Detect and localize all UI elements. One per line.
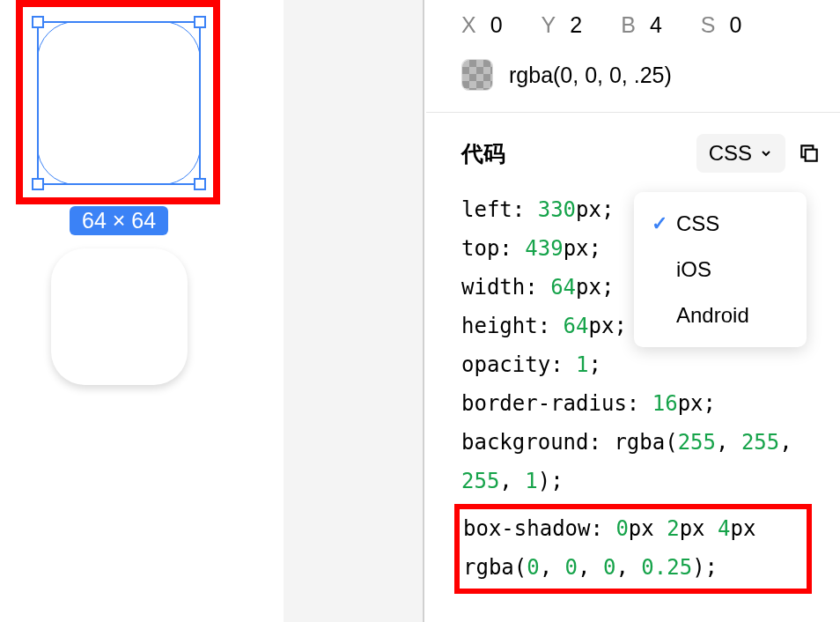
- shadow-offset-row: X 0 Y 2 B 4 S 0: [426, 0, 840, 50]
- chevron-down-icon: [759, 146, 773, 160]
- selected-element[interactable]: [37, 21, 201, 185]
- shadow-y-label: Y: [542, 12, 556, 38]
- color-swatch-icon[interactable]: [461, 59, 493, 91]
- lang-option-android[interactable]: Android: [634, 292, 807, 338]
- code-lang-dropdown[interactable]: CSS: [696, 134, 785, 173]
- code-line-opacity: opacity: 1;: [461, 345, 805, 384]
- lang-option-label: CSS: [676, 211, 719, 236]
- code-section-title: 代码: [461, 139, 505, 168]
- shadow-b-label: B: [621, 12, 636, 38]
- lang-option-label: iOS: [676, 257, 711, 282]
- shadow-color-text: rgba(0, 0, 0, .25): [509, 63, 672, 88]
- canvas-area[interactable]: 64 × 64: [0, 0, 284, 622]
- code-lang-selected: CSS: [709, 141, 752, 166]
- resize-handle-tr[interactable]: [194, 16, 206, 28]
- lang-option-css[interactable]: ✓ CSS: [634, 201, 807, 247]
- code-line-background: background: rgba(255, 255, 255, 1);: [461, 423, 805, 500]
- lang-option-label: Android: [676, 303, 749, 328]
- shadow-x-value[interactable]: 0: [490, 12, 503, 38]
- inspector-panel: X 0 Y 2 B 4 S 0 rgba(0, 0, 0, .25) 代码 CS…: [426, 0, 840, 622]
- shadow-y-value[interactable]: 2: [570, 12, 582, 38]
- canvas-gutter: [284, 0, 424, 622]
- lang-option-ios[interactable]: iOS: [634, 247, 807, 292]
- check-icon: ✓: [652, 212, 669, 235]
- shadow-b-value[interactable]: 4: [650, 12, 662, 38]
- shadow-s-label: S: [701, 12, 716, 38]
- copy-icon[interactable]: [798, 142, 821, 165]
- code-line-border-radius: border-radius: 16px;: [461, 384, 805, 423]
- shadow-x-label: X: [461, 12, 476, 38]
- resize-handle-tl[interactable]: [32, 16, 44, 28]
- code-line-box-shadow: box-shadow: 0px 2px 4px rgba(0, 0, 0, 0.…: [463, 509, 803, 587]
- annotation-highlight-2: box-shadow: 0px 2px 4px rgba(0, 0, 0, 0.…: [454, 504, 812, 594]
- code-lang-menu: ✓ CSS iOS Android: [634, 192, 807, 347]
- resize-handle-br[interactable]: [194, 178, 206, 190]
- shadow-s-value[interactable]: 0: [729, 12, 741, 38]
- shadow-color-row[interactable]: rgba(0, 0, 0, .25): [426, 50, 840, 112]
- svg-rect-0: [806, 150, 817, 161]
- code-header: 代码 CSS: [426, 113, 840, 183]
- size-badge: 64 × 64: [70, 206, 168, 235]
- resize-handle-bl[interactable]: [32, 178, 44, 190]
- shadow-sample-shape[interactable]: [51, 248, 188, 385]
